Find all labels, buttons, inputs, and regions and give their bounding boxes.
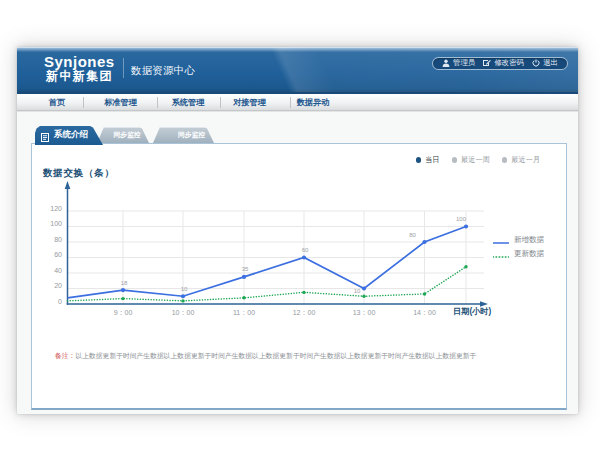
data-point: [362, 295, 365, 298]
chart-legend: 新增数据更新数据: [493, 233, 544, 261]
user-menu: 管理员修改密码退出: [432, 57, 568, 70]
tab-1[interactable]: 系统介绍: [35, 126, 103, 145]
point-label: 10: [181, 286, 188, 292]
note-text: 备注：以上数据更新于时间产生数据以上数据更新于时间产生数据以上数据更新于时间产生…: [55, 351, 476, 361]
dotted-line-swatch: [493, 245, 509, 263]
x-tick-label: 11：00: [233, 309, 255, 316]
y-tick-label: 40: [54, 267, 62, 274]
y-tick-label: 0: [58, 298, 62, 305]
change-password-button[interactable]: 修改密码: [483, 58, 524, 68]
data-point: [242, 296, 245, 299]
y-tick-label: 80: [54, 236, 62, 243]
y-tick-label: 20: [54, 282, 62, 289]
data-point: [422, 240, 426, 244]
nav-item-4[interactable]: 对接管理: [233, 94, 266, 111]
tab-3[interactable]: 同步监控: [153, 127, 214, 143]
nav-divider: [290, 97, 291, 108]
y-axis-arrow: [65, 181, 71, 189]
logo-divider: [123, 58, 124, 78]
logo: Synjones 新中新集团: [44, 55, 115, 82]
user-icon: [442, 59, 450, 67]
x-tick-label: 9：00: [114, 309, 133, 316]
x-axis-title: 日期(小时): [453, 306, 491, 317]
line-chart: 0204060801001209：0010：0011：0012：0013：001…: [32, 144, 566, 408]
nav-divider: [157, 97, 158, 108]
note-prefix: 备注：: [55, 352, 75, 359]
user-label: 管理员: [453, 58, 475, 68]
data-point: [423, 292, 426, 295]
nav-divider: [83, 97, 84, 108]
y-tick-label: 60: [54, 251, 62, 258]
point-label: 80: [409, 232, 416, 238]
x-tick-label: 12：00: [293, 309, 316, 316]
tab-label: 同步监控: [178, 131, 205, 138]
tab-label: 系统介绍: [54, 129, 88, 139]
page-title: 数据资源中心: [131, 64, 195, 78]
data-point: [121, 288, 125, 292]
change-password-label: 修改密码: [494, 58, 524, 68]
nav-item-3[interactable]: 系统管理: [172, 94, 205, 111]
main-nav: 首页标准管理系统管理对接管理数据异动: [17, 94, 578, 111]
data-point: [181, 299, 184, 302]
main-window: Synjones 新中新集团 数据资源中心 管理员修改密码退出 首页标准管理系统…: [17, 47, 578, 414]
tab-label: 同步监控: [113, 131, 140, 138]
nav-divider: [220, 97, 221, 108]
user-button[interactable]: 管理员: [442, 58, 475, 68]
point-label: 10: [354, 288, 361, 294]
point-label: 100: [456, 216, 467, 222]
nav-item-1[interactable]: 首页: [49, 94, 65, 111]
data-point: [362, 286, 366, 290]
legend-label: 新增数据: [514, 235, 544, 245]
power-icon: [532, 59, 540, 67]
nav-item-5[interactable]: 数据异动: [297, 94, 330, 111]
data-point: [302, 291, 305, 294]
content-area: 系统介绍同步监控同步监控 当日最近一周最近一月 数据交换（条） 02040608…: [17, 112, 578, 414]
x-tick-label: 14：00: [413, 309, 436, 316]
chart-area: 当日最近一周最近一月 数据交换（条） 0204060801001209：0010…: [32, 144, 566, 408]
data-point: [302, 255, 306, 259]
logo-text-cn: 新中新集团: [44, 71, 115, 82]
legend-label: 更新数据: [514, 249, 544, 259]
legend-item-2[interactable]: 更新数据: [493, 247, 544, 261]
chart-panel: 当日最近一周最近一月 数据交换（条） 0204060801001209：0010…: [31, 143, 567, 410]
tab-2[interactable]: 同步监控: [97, 127, 149, 143]
point-label: 18: [121, 280, 128, 286]
logout-label: 退出: [543, 58, 558, 68]
series-line-1: [68, 227, 467, 298]
data-point: [242, 275, 246, 279]
y-tick-label: 100: [50, 220, 62, 227]
x-tick-label: 10：00: [172, 309, 195, 316]
logo-text-en: Synjones: [44, 55, 115, 69]
data-point: [464, 224, 468, 228]
edit-icon: [483, 59, 491, 67]
point-label: 60: [302, 247, 309, 253]
x-tick-label: 13：00: [353, 309, 376, 316]
point-label: 35: [242, 266, 249, 272]
data-point: [464, 265, 467, 268]
nav-item-2[interactable]: 标准管理: [104, 94, 137, 111]
data-point: [121, 297, 124, 300]
y-tick-label: 120: [50, 205, 62, 212]
note-body: 以上数据更新于时间产生数据以上数据更新于时间产生数据以上数据更新于时间产生数据以…: [75, 352, 476, 359]
header-bar: Synjones 新中新集团 数据资源中心 管理员修改密码退出: [17, 47, 578, 94]
data-point: [181, 294, 185, 298]
logout-button[interactable]: 退出: [532, 58, 558, 68]
